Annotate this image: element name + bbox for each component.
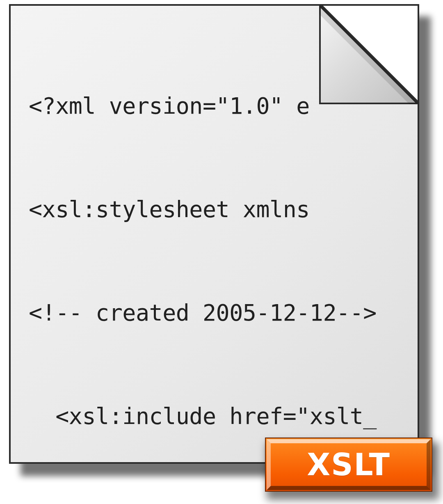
xslt-file-icon: <?xml version="1.0" e <xsl:stylesheet xm… (0, 0, 443, 504)
code-block: <?xml version="1.0" e <xsl:stylesheet xm… (29, 20, 409, 464)
file-type-badge: XSLT (265, 438, 432, 492)
document-page: <?xml version="1.0" e <xsl:stylesheet xm… (9, 4, 419, 464)
file-type-label: XSLT (307, 447, 390, 482)
code-line: <?xml version="1.0" e (29, 89, 409, 123)
code-line: <xsl:include href="xslt_ (29, 399, 409, 433)
code-line: <!-- created 2005-12-12--> (29, 296, 409, 330)
code-line: <xsl:stylesheet xmlns (29, 192, 409, 227)
